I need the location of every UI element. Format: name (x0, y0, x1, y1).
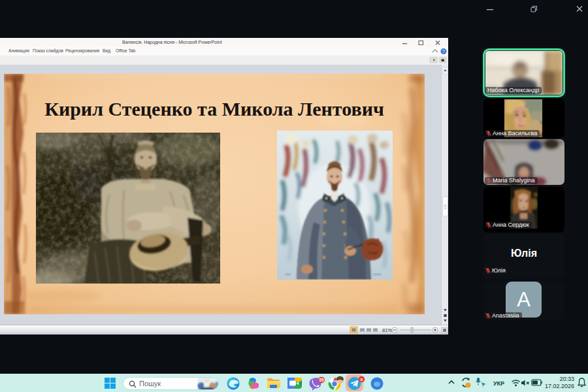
svg-text:55: 55 (319, 378, 324, 382)
svg-text:81%: 81% (382, 327, 392, 333)
svg-text:?: ? (442, 49, 445, 54)
svg-text:1998: 1998 (372, 272, 382, 276)
svg-text:ЛМ: ЛМ (285, 272, 291, 276)
